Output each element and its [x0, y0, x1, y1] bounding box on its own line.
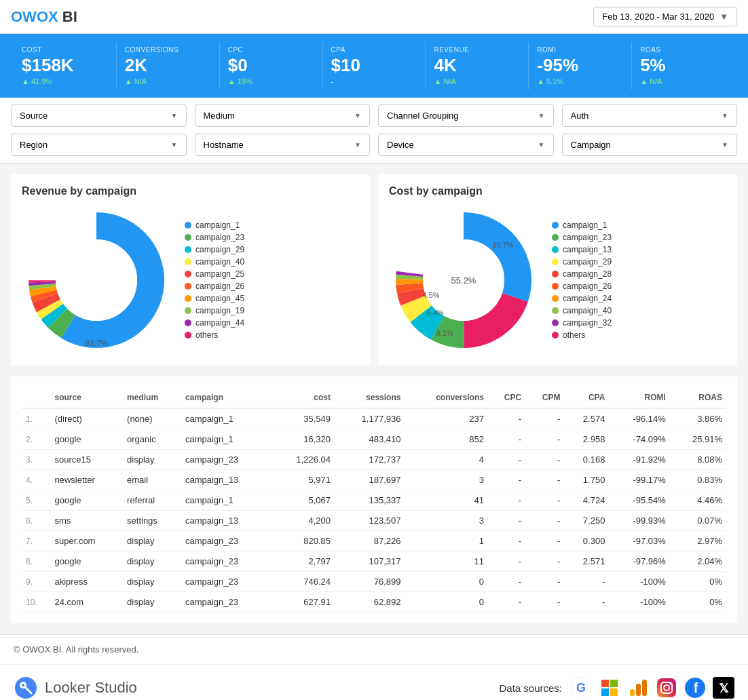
cell-campaign: campaign_13 — [181, 470, 272, 490]
cell-medium: display — [123, 551, 181, 572]
cell-campaign: campaign_23 — [181, 531, 272, 551]
data-source-icons: G — [570, 677, 734, 699]
table-row: 2. google organic campaign_1 16,320 483,… — [22, 429, 726, 450]
metrics-bar: COST $158K ▲ 41.9% CONVERSIONS 2K ▲ N/A … — [0, 34, 748, 98]
filter-campaign-arrow: ▼ — [722, 141, 728, 149]
cell-campaign: campaign_23 — [181, 572, 272, 592]
metric-romi-label: ROMI — [537, 46, 623, 54]
row-number: 5. — [22, 490, 50, 511]
legend-item: campaign_40 — [552, 306, 612, 315]
table-row: 10. 24.com display campaign_23 627.91 62… — [22, 592, 726, 612]
x-twitter-icon: 𝕏 — [713, 677, 734, 699]
metric-cpc: CPC $0 ▲ 19% — [220, 42, 323, 90]
revenue-donut-label: 83.7% — [85, 338, 108, 348]
cell-source: super.com — [50, 531, 123, 551]
svg-text:8.1%: 8.1% — [436, 329, 453, 337]
cell-romi: -74.09% — [609, 429, 669, 450]
cell-campaign: campaign_13 — [181, 511, 272, 531]
cell-campaign: campaign_23 — [181, 551, 272, 572]
legend-item: campaign_13 — [552, 245, 612, 254]
cell-source: 24.com — [50, 592, 123, 612]
looker-brand: Looker Studio — [14, 676, 137, 700]
legend-item: campaign_45 — [185, 294, 244, 303]
filter-hostname[interactable]: Hostname ▼ — [195, 134, 371, 156]
cell-romi: -97.03% — [609, 531, 669, 551]
cell-medium: display — [123, 572, 181, 592]
svg-rect-33 — [601, 680, 609, 687]
cell-sessions: 1,177,936 — [335, 408, 405, 429]
filter-channel-grouping[interactable]: Channel Grouping ▼ — [378, 104, 554, 127]
cost-donut-container: 55.2% 19.7% 4.5% 6.4% 8.1% campaign_1 ca… — [389, 206, 726, 355]
logo-owox: OWOX — [11, 8, 58, 25]
col-cost: cost — [272, 387, 335, 408]
table-row: 3. source15 display campaign_23 1,226.04… — [22, 450, 726, 470]
metric-cpc-value: $0 — [228, 55, 314, 76]
filters-section: Source ▼ Medium ▼ Channel Grouping ▼ Aut… — [0, 98, 748, 163]
revenue-legend: campaign_1 campaign_23 campaign_29 campa… — [185, 220, 244, 340]
table-row: 8. google display campaign_23 2,797 107,… — [22, 551, 726, 572]
cell-source: google — [50, 551, 123, 572]
cell-roas: 2.97% — [670, 531, 726, 551]
cell-cpc: - — [488, 490, 525, 511]
row-number: 6. — [22, 511, 50, 531]
row-number: 1. — [22, 408, 50, 429]
cell-sessions: 76,899 — [335, 572, 405, 592]
cell-conversions: 852 — [405, 429, 487, 450]
filter-source[interactable]: Source ▼ — [11, 104, 187, 127]
data-table: source medium campaign cost sessions con… — [22, 387, 726, 612]
filter-medium-label: Medium — [204, 111, 235, 121]
cost-chart-title: Cost by campaign — [389, 185, 726, 197]
cost-chart-card: Cost by campaign — [378, 174, 737, 366]
cell-cpa: 2.571 — [564, 551, 609, 572]
cell-sessions: 135,337 — [335, 490, 405, 511]
cell-medium: display — [123, 531, 181, 551]
col-num — [22, 387, 50, 408]
legend-item: campaign_23 — [185, 233, 244, 242]
microsoft-icon — [599, 677, 620, 699]
filter-region-label: Region — [20, 140, 48, 150]
cell-romi: -91.92% — [609, 450, 669, 470]
revenue-donut-svg — [22, 206, 171, 355]
cell-cpc: - — [488, 592, 525, 612]
filter-medium[interactable]: Medium ▼ — [195, 104, 371, 127]
cell-conversions: 3 — [405, 511, 487, 531]
svg-rect-36 — [610, 688, 618, 696]
metric-romi: ROMI -95% ▲ 5.1% — [529, 42, 632, 90]
row-number: 2. — [22, 429, 50, 450]
cell-medium: referral — [123, 490, 181, 511]
cell-medium: display — [123, 450, 181, 470]
logo-bi: BI — [62, 8, 77, 25]
legend-item: campaign_26 — [552, 281, 612, 291]
filter-channel-arrow: ▼ — [538, 112, 545, 119]
looker-studio-label: Looker Studio — [45, 679, 137, 697]
svg-text:19.7%: 19.7% — [492, 241, 513, 249]
svg-text:𝕏: 𝕏 — [719, 682, 729, 695]
legend-item: campaign_19 — [185, 306, 244, 315]
cell-campaign: campaign_1 — [181, 408, 272, 429]
cell-source: google — [50, 490, 123, 511]
table-row: 5. google referral campaign_1 5,067 135,… — [22, 490, 726, 511]
cell-medium: organic — [123, 429, 181, 450]
data-sources: Data sources: G — [499, 677, 734, 699]
cell-conversions: 0 — [405, 572, 487, 592]
cell-conversions: 237 — [405, 408, 487, 429]
filter-region[interactable]: Region ▼ — [11, 134, 187, 156]
cell-cpm: - — [525, 551, 564, 572]
cell-cpm: - — [525, 408, 564, 429]
cell-source: sms — [50, 511, 123, 531]
revenue-chart-title: Revenue by campaign — [22, 185, 359, 197]
metric-cpc-change: ▲ 19% — [228, 77, 314, 85]
logo: OWOX BI — [11, 8, 77, 26]
cell-conversions: 0 — [405, 592, 487, 612]
filter-auth[interactable]: Auth ▼ — [562, 104, 738, 127]
cell-cost: 746.24 — [272, 572, 335, 592]
col-cpa: CPA — [564, 387, 609, 408]
svg-rect-35 — [601, 688, 609, 696]
filter-device[interactable]: Device ▼ — [378, 134, 554, 156]
cell-campaign: campaign_23 — [181, 450, 272, 470]
filter-campaign[interactable]: Campaign ▼ — [562, 134, 738, 156]
metric-revenue: REVENUE 4K ▲ N/A — [426, 42, 529, 90]
data-table-section: source medium campaign cost sessions con… — [11, 376, 737, 623]
cost-legend: campaign_1 campaign_23 campaign_13 campa… — [552, 220, 612, 340]
date-picker[interactable]: Feb 13, 2020 - Mar 31, 2020 ▼ — [593, 7, 737, 26]
